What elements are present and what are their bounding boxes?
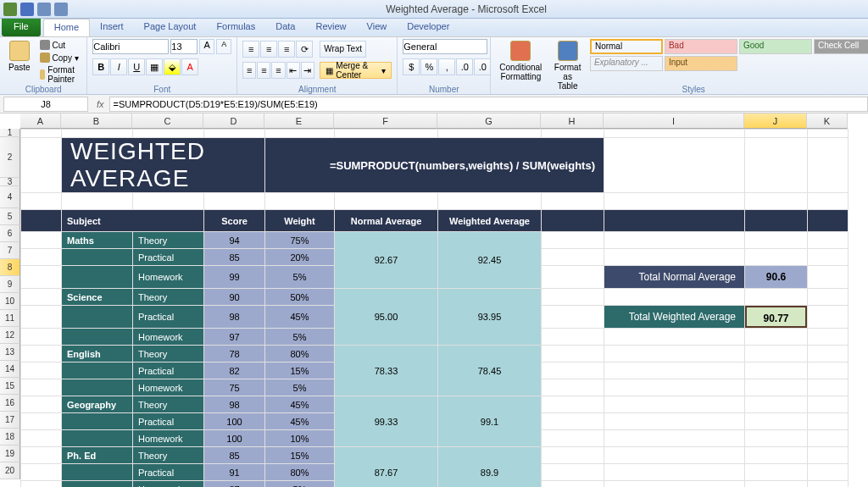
excel-icon [3, 3, 17, 16]
banner-title: WEIGHTED AVERAGE [62, 138, 264, 192]
row-head-7[interactable]: 7 [0, 242, 20, 259]
tab-file[interactable]: File [2, 19, 41, 36]
cut-icon [40, 40, 50, 50]
row-head-18[interactable]: 18 [0, 429, 20, 445]
redo-icon[interactable] [54, 3, 68, 16]
align-bot-button[interactable]: ≡ [278, 41, 295, 58]
tab-view[interactable]: View [357, 19, 398, 36]
group-clipboard: Paste Cut Copy ▾ Format Painter Clipboar… [0, 37, 87, 94]
border-button[interactable]: ▦ [146, 58, 163, 75]
row-head-3[interactable]: 3 [0, 178, 20, 186]
fx-icon[interactable]: fx [97, 99, 104, 109]
col-head-B[interactable]: B [61, 113, 132, 129]
font-size-input[interactable] [170, 39, 198, 54]
style-bad[interactable]: Bad [665, 39, 737, 54]
row-head-15[interactable]: 15 [0, 378, 20, 395]
col-head-J[interactable]: J [744, 113, 807, 129]
shrink-font-button[interactable]: A [216, 39, 231, 54]
align-mid-button[interactable]: ≡ [260, 41, 277, 58]
name-box[interactable] [3, 97, 88, 112]
formula-input[interactable] [109, 97, 868, 112]
tab-pagelayout[interactable]: Page Layout [134, 19, 207, 36]
row-head-5[interactable]: 5 [0, 208, 20, 225]
tab-developer[interactable]: Developer [397, 19, 459, 36]
style-good[interactable]: Good [739, 39, 812, 54]
percent-button[interactable]: % [420, 58, 437, 75]
row-head-17[interactable]: 17 [0, 412, 20, 429]
merge-icon: ▦ [326, 66, 333, 75]
grow-font-button[interactable]: A [199, 39, 214, 54]
align-center-button[interactable]: ≡ [257, 62, 270, 79]
total-weighted-label: Total Weighted Average [604, 306, 744, 328]
col-head-H[interactable]: H [541, 113, 604, 129]
undo-icon[interactable] [37, 3, 51, 16]
tab-review[interactable]: Review [305, 19, 356, 36]
column-headers: ABCDEFGHIJK [20, 113, 868, 129]
col-head-F[interactable]: F [334, 113, 437, 129]
fill-color-button[interactable]: ⬙ [164, 58, 181, 75]
paste-icon [9, 41, 30, 61]
window-title: Weighted Average - Microsoft Excel [68, 3, 865, 15]
number-format-select[interactable] [403, 39, 487, 54]
row-head-13[interactable]: 13 [0, 344, 20, 361]
group-number: $ % , .0 .0 Number [398, 37, 491, 94]
cells-area[interactable]: WEIGHTED AVERAGE=SUMPRODUCT(numbers,weig… [20, 129, 868, 487]
row-head-11[interactable]: 11 [0, 310, 20, 327]
font-name-input[interactable] [92, 39, 169, 54]
font-color-button[interactable]: A [181, 58, 198, 75]
dec-decimal-button[interactable]: .0 [474, 58, 491, 75]
italic-button[interactable]: I [110, 58, 127, 75]
spreadsheet-grid[interactable]: ABCDEFGHIJK 1234567891011121314151617181… [0, 113, 868, 487]
align-left-button[interactable]: ≡ [242, 62, 256, 79]
row-head-4[interactable]: 4 [0, 186, 20, 208]
row-head-16[interactable]: 16 [0, 395, 20, 412]
wrap-text-button[interactable]: Wrap Text [320, 41, 366, 58]
inc-decimal-button[interactable]: .0 [456, 58, 473, 75]
row-head-6[interactable]: 6 [0, 225, 20, 242]
indent-inc-button[interactable]: ⇥ [301, 62, 314, 79]
save-icon[interactable] [20, 3, 34, 16]
row-head-10[interactable]: 10 [0, 293, 20, 310]
style-normal[interactable]: Normal [590, 39, 663, 54]
tab-home[interactable]: Home [43, 19, 90, 36]
indent-dec-button[interactable]: ⇤ [287, 62, 300, 79]
style-explanatory[interactable]: Explanatory ... [590, 56, 663, 71]
row-head-19[interactable]: 19 [0, 445, 20, 462]
tab-insert[interactable]: Insert [90, 19, 134, 36]
col-head-G[interactable]: G [437, 113, 541, 129]
comma-button[interactable]: , [438, 58, 455, 75]
cut-button[interactable]: Cut [37, 39, 82, 51]
format-painter-button[interactable]: Format Painter [37, 64, 82, 85]
style-checkcell[interactable]: Check Cell [814, 39, 868, 54]
conditional-formatting-button[interactable]: Conditional Formatting [496, 39, 545, 83]
bold-button[interactable]: B [92, 58, 109, 75]
col-head-C[interactable]: C [132, 113, 203, 129]
copy-button[interactable]: Copy ▾ [37, 52, 82, 64]
row-head-12[interactable]: 12 [0, 327, 20, 344]
row-headers: 1234567891011121314151617181920 [0, 129, 20, 487]
row-head-14[interactable]: 14 [0, 361, 20, 378]
currency-button[interactable]: $ [403, 58, 420, 75]
align-top-button[interactable]: ≡ [242, 41, 259, 58]
orientation-button[interactable]: ⟳ [296, 41, 313, 58]
row-head-9[interactable]: 9 [0, 276, 20, 293]
banner-formula: =SUMPRODUCT(numbers,weights) / SUM(weigh… [265, 159, 604, 172]
row-head-1[interactable]: 1 [0, 129, 20, 137]
align-right-button[interactable]: ≡ [271, 62, 285, 79]
copy-icon [40, 53, 50, 63]
row-head-20[interactable]: 20 [0, 462, 20, 479]
col-head-I[interactable]: I [604, 113, 744, 129]
row-head-8[interactable]: 8 [0, 259, 20, 276]
merge-center-button[interactable]: ▦Merge & Center ▾ [320, 62, 392, 79]
underline-button[interactable]: U [128, 58, 145, 75]
tab-formulas[interactable]: Formulas [206, 19, 265, 36]
tab-data[interactable]: Data [265, 19, 305, 36]
col-head-K[interactable]: K [807, 113, 848, 129]
row-head-2[interactable]: 2 [0, 137, 20, 178]
col-head-D[interactable]: D [203, 113, 264, 129]
brush-icon [40, 69, 46, 80]
style-input[interactable]: Input [665, 56, 737, 71]
paste-button[interactable]: Paste [5, 39, 34, 74]
col-head-E[interactable]: E [264, 113, 334, 129]
col-head-A[interactable]: A [20, 113, 61, 129]
